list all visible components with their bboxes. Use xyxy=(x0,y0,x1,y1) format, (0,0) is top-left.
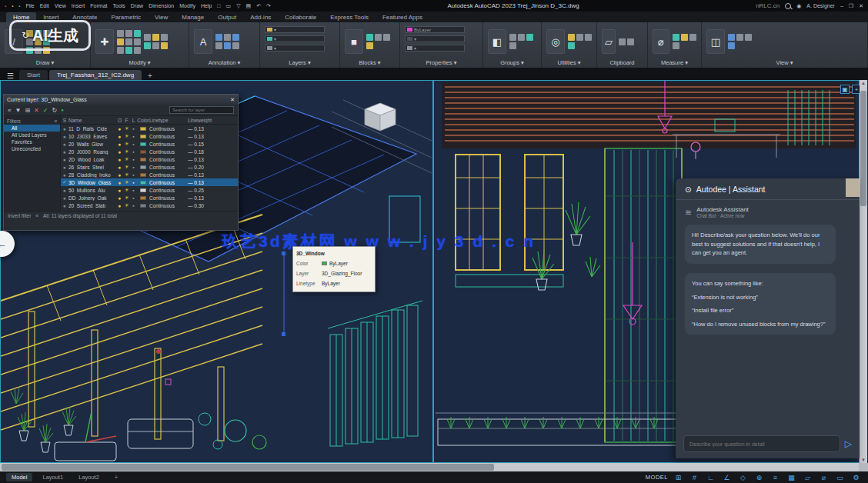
color-swatch[interactable] xyxy=(140,188,146,192)
signed-in-user[interactable]: A. Designer xyxy=(806,3,835,8)
sun-icon[interactable]: ☀ xyxy=(123,195,130,201)
file-tab-start[interactable]: Start xyxy=(19,70,48,80)
suggestion-unused-blocks[interactable]: “How do I remove unused blocks from my d… xyxy=(692,320,829,329)
color-swatch[interactable] xyxy=(140,142,146,146)
vertical-scroll-thumb[interactable] xyxy=(860,91,866,206)
clipboard-tool-grid[interactable] xyxy=(619,38,643,45)
new-icon[interactable]: □ xyxy=(217,3,220,8)
layout-tab-layout1[interactable]: Layout1 xyxy=(37,473,68,481)
color-swatch[interactable] xyxy=(140,127,146,131)
scroll-up-icon[interactable]: ▲ xyxy=(860,81,867,85)
filter-tree-used[interactable]: All Used Layers xyxy=(4,132,60,138)
bulb-icon[interactable]: ● xyxy=(116,142,123,147)
bulb-icon[interactable]: ● xyxy=(116,180,123,185)
sun-icon[interactable]: ☀ xyxy=(123,125,130,132)
lock-icon[interactable]: ▪ xyxy=(130,188,137,193)
open-icon[interactable]: ▭ xyxy=(226,3,232,9)
lock-icon[interactable]: ▪ xyxy=(130,172,137,178)
collapse-icon[interactable]: « xyxy=(35,213,38,218)
color-swatch[interactable] xyxy=(140,181,146,185)
measure-geometry-button[interactable]: ⌀ xyxy=(653,29,669,54)
layer-row[interactable]: ● 2D_Wood_Loak ● ☀ ▪ Continuous — 0.13 xyxy=(61,155,238,163)
ribbon-tab-output[interactable]: Output xyxy=(211,12,243,22)
menu-edit[interactable]: Edit xyxy=(40,3,49,8)
layer-state-dropdown[interactable]: ▾ xyxy=(265,35,325,42)
bulb-icon[interactable]: ● xyxy=(116,165,123,170)
layer-row[interactable]: ● 28_Cladding_Iroko ● ☀ ▪ Continuous — 0… xyxy=(61,171,238,178)
color-swatch[interactable] xyxy=(140,165,146,169)
sun-icon[interactable]: ☀ xyxy=(123,164,130,170)
polar-toggle[interactable]: ∠ xyxy=(721,474,733,481)
collapse-icon[interactable]: « xyxy=(54,118,57,124)
layer-row[interactable]: ● 20_Screed_Slab ● ☀ ▪ Continuous — 0.30 xyxy=(61,202,238,209)
snap-toggle[interactable]: # xyxy=(689,474,700,481)
col-color[interactable]: Color xyxy=(137,118,149,123)
layer-row[interactable]: ● DD_Joinery_Oak ● ☀ ▪ Continuous — 0.13 xyxy=(61,194,238,202)
ribbon-tab-view[interactable]: View xyxy=(148,12,175,22)
scroll-down-icon[interactable]: ▼ xyxy=(860,458,867,462)
lock-icon[interactable]: ▪ xyxy=(130,165,137,170)
sun-icon[interactable]: ☀ xyxy=(123,179,130,185)
col-lineweight[interactable]: Lineweight xyxy=(188,118,219,123)
layer-row-selected[interactable]: ✓ 3D_Window_Glass ● ☀ ▪ Continuous — 0.1… xyxy=(61,178,238,186)
ribbon-tab-featured[interactable]: Featured Apps xyxy=(376,12,429,22)
assistant-question-input[interactable] xyxy=(683,435,840,452)
file-tab-drawing[interactable]: Trej_Fasshan_312_IC2.dwg xyxy=(49,70,142,80)
collapse-icon[interactable]: « xyxy=(8,107,11,114)
palette-close-button[interactable]: ✕ xyxy=(230,97,235,103)
paste-button[interactable]: ▱ xyxy=(602,29,616,54)
otrack-toggle[interactable]: ⊕ xyxy=(753,474,765,481)
layer-row[interactable]: ● 20_J0000_Roang ● ☀ ▪ Continuous — 0.18 xyxy=(61,148,238,155)
measure-button[interactable]: ◎ xyxy=(546,29,565,54)
bulb-icon[interactable]: ● xyxy=(116,188,123,193)
lock-icon[interactable]: ▪ xyxy=(130,157,137,162)
panel-label-groups[interactable]: Groups xyxy=(500,59,519,66)
panel-label-utilities[interactable]: Utilities xyxy=(558,59,576,66)
invert-filter-label[interactable]: Invert filter xyxy=(8,213,31,218)
layer-dropdown[interactable]: ▾ xyxy=(265,26,325,33)
modify-tool-grid[interactable] xyxy=(117,30,141,54)
customize-gear-icon[interactable]: ⚙ xyxy=(850,474,862,481)
block-tool-grid[interactable] xyxy=(366,34,390,49)
view-button[interactable]: ◫ xyxy=(706,29,725,54)
save-icon[interactable]: ▽ xyxy=(236,3,240,9)
text-tool-button[interactable]: A xyxy=(194,29,212,54)
group-button[interactable]: ◧ xyxy=(488,29,506,54)
linetype-dropdown[interactable]: ▾ xyxy=(405,45,465,52)
panel-label-annotation[interactable]: Annotation xyxy=(209,59,236,66)
print-icon[interactable]: ▤ xyxy=(246,3,252,9)
layer-search-input[interactable] xyxy=(169,106,234,114)
bulb-icon[interactable]: ● xyxy=(116,195,123,201)
menu-draw[interactable]: Draw xyxy=(131,3,143,8)
col-status[interactable]: S xyxy=(61,118,68,123)
lock-icon[interactable]: ▪ xyxy=(130,134,137,139)
bulb-icon[interactable]: ● xyxy=(116,134,123,139)
menu-insert[interactable]: Insert xyxy=(72,3,85,8)
viewcube[interactable] xyxy=(360,100,400,137)
vertical-scrollbar[interactable]: ▲ ▼ xyxy=(860,80,867,463)
color-swatch[interactable] xyxy=(140,204,146,208)
bulb-icon[interactable]: ● xyxy=(116,149,123,155)
color-swatch[interactable] xyxy=(140,158,146,162)
suggestion-extension[interactable]: “Extension is not working” xyxy=(692,293,829,302)
horizontal-scroll-thumb[interactable] xyxy=(2,464,494,471)
model-space-label[interactable]: MODEL xyxy=(646,474,668,481)
refresh-icon[interactable]: ↻ xyxy=(52,107,57,114)
panel-label-layers[interactable]: Layers xyxy=(289,59,306,66)
layer-row[interactable]: ● 11_D_Rails_Cide ● ☀ ▪ Continuous — 0.1… xyxy=(61,125,238,132)
color-swatch[interactable] xyxy=(140,173,146,177)
interface-toggle[interactable]: ▭ xyxy=(834,474,846,481)
minimize-button[interactable]: – xyxy=(840,3,843,8)
selection-cycling-toggle[interactable]: ▱ xyxy=(802,474,813,481)
color-swatch[interactable] xyxy=(140,150,146,154)
lock-icon[interactable]: ▪ xyxy=(130,180,137,185)
layer-row[interactable]: ● 26_Stairs_Steel ● ☀ ▪ Continuous — 0.2… xyxy=(61,163,238,171)
panel-label-blocks[interactable]: Blocks xyxy=(359,59,376,66)
lock-icon[interactable]: ▪ xyxy=(130,203,137,208)
ribbon-tab-parametric[interactable]: Parametric xyxy=(104,12,148,22)
filter-tree-favorites[interactable]: Favorites xyxy=(4,138,60,145)
ribbon-tab-collaborate[interactable]: Collaborate xyxy=(278,12,323,22)
sun-icon[interactable]: ☀ xyxy=(123,202,130,208)
lineweight-toggle[interactable]: ≡ xyxy=(770,474,781,481)
color-swatch[interactable] xyxy=(140,196,146,200)
